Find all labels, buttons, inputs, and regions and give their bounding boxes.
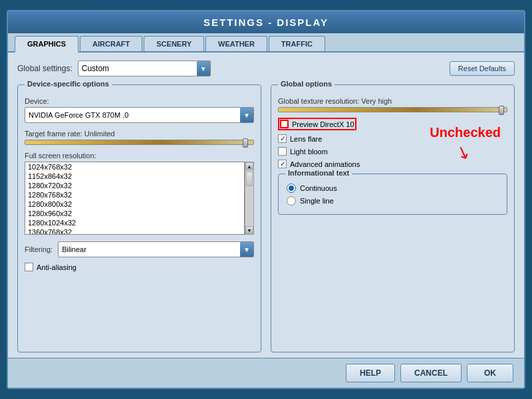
device-panel-title: Device-specific options: [25, 80, 112, 88]
resolution-listbox[interactable]: 1024x768x32 1152x864x32 1280x720x32 1280…: [25, 162, 245, 235]
device-panel: Device-specific options Device: NVIDIA G…: [17, 84, 261, 352]
lens-flare-checkbox[interactable]: [278, 134, 287, 143]
list-item[interactable]: 1024x768x32: [25, 162, 244, 172]
filtering-value: Bilinear: [62, 245, 86, 253]
list-item[interactable]: 1280x720x32: [25, 181, 244, 190]
tabs-row: GRAPHICS AIRCRAFT SCENERY WEATHER TRAFFI…: [8, 33, 524, 53]
single-line-radio-row: Single line: [287, 196, 499, 205]
tab-weather[interactable]: WEATHER: [205, 36, 267, 51]
global-panel-content: Global texture resolution: Very high Pre…: [278, 97, 507, 215]
preview-dx10-checkbox[interactable]: [280, 120, 289, 128]
list-item[interactable]: 1152x864x32: [25, 172, 244, 181]
texture-thumb: [499, 106, 504, 115]
tab-traffic[interactable]: TRAFFIC: [269, 36, 325, 51]
title-text: SETTINGS - DISPLAY: [203, 17, 329, 28]
content-area: Global settings: Custom ▼ Reset Defaults…: [8, 53, 524, 358]
list-item[interactable]: 1280x960x32: [25, 209, 244, 218]
single-line-label: Single line: [300, 197, 334, 205]
light-bloom-checkbox[interactable]: [278, 147, 287, 156]
filtering-dropdown[interactable]: Bilinear ▼: [58, 241, 254, 257]
advanced-animations-checkbox[interactable]: [278, 160, 287, 168]
frame-rate-slider[interactable]: [25, 140, 254, 145]
lens-flare-label: Lens flare: [290, 135, 322, 143]
antialiasing-row: Anti-aliasing: [25, 263, 254, 271]
frame-rate-thumb: [243, 138, 248, 148]
advanced-animations-label: Advanced animations: [290, 160, 360, 168]
tab-graphics[interactable]: GRAPHICS: [15, 36, 78, 53]
advanced-animations-row: Advanced animations: [278, 160, 507, 168]
list-item[interactable]: 1280x768x32: [25, 190, 244, 200]
info-text-title: Informational text: [285, 169, 352, 177]
global-settings-dropdown[interactable]: Custom ▼: [78, 61, 211, 76]
light-bloom-label: Light bloom: [290, 148, 328, 156]
preview-dx10-label: Preview DirectX 10: [292, 120, 354, 128]
ok-button[interactable]: OK: [467, 364, 513, 382]
global-settings-row: Global settings: Custom ▼ Reset Defaults: [17, 61, 515, 76]
global-panel: Global options Global texture resolution…: [271, 84, 515, 352]
unchecked-annotation: Unchecked: [430, 125, 501, 140]
reset-defaults-button[interactable]: Reset Defaults: [450, 61, 515, 76]
global-settings-value: Custom: [82, 64, 109, 73]
continuous-label: Continuous: [300, 184, 337, 192]
device-dropdown[interactable]: NVIDIA GeForce GTX 870M .0 ▼: [25, 107, 254, 123]
tab-scenery[interactable]: SCENERY: [144, 36, 204, 51]
device-dropdown-arrow-icon: ▼: [240, 108, 253, 122]
dropdown-arrow-icon: ▼: [197, 61, 210, 76]
list-item[interactable]: 1360x768x32: [25, 227, 244, 235]
antialiasing-label: Anti-aliasing: [37, 263, 76, 271]
light-bloom-row: Light bloom: [278, 147, 507, 156]
main-window: SETTINGS - DISPLAY GRAPHICS AIRCRAFT SCE…: [7, 10, 525, 389]
preview-dx10-highlight: Preview DirectX 10: [278, 118, 356, 130]
title-bar: SETTINGS - DISPLAY: [8, 11, 524, 33]
filtering-label: Filtering:: [25, 245, 53, 253]
texture-slider[interactable]: [278, 107, 507, 112]
bottom-bar: HELP CANCEL OK: [8, 358, 524, 388]
panels-row: Device-specific options Device: NVIDIA G…: [17, 84, 515, 352]
target-frame-label: Target frame rate: Unlimited: [25, 130, 254, 138]
scroll-up-icon[interactable]: ▲: [245, 162, 253, 170]
device-panel-content: Device: NVIDIA GeForce GTX 870M .0 ▼ Tar…: [25, 97, 254, 271]
cancel-button[interactable]: CANCEL: [400, 364, 462, 382]
global-panel-title: Global options: [278, 80, 334, 88]
resolution-scrollbar[interactable]: ▲ ▼: [245, 162, 254, 235]
tab-aircraft[interactable]: AIRCRAFT: [80, 36, 142, 51]
filtering-arrow-icon: ▼: [240, 242, 253, 257]
resolution-listbox-wrapper: 1024x768x32 1152x864x32 1280x720x32 1280…: [25, 162, 254, 235]
device-label: Device:: [25, 97, 254, 105]
global-settings-left: Global settings: Custom ▼: [17, 61, 211, 76]
scroll-down-icon[interactable]: ▼: [245, 226, 253, 234]
frame-rate-track: [25, 140, 254, 145]
list-item[interactable]: 1280x800x32: [25, 200, 244, 209]
device-value: NVIDIA GeForce GTX 870M .0: [29, 111, 128, 119]
continuous-radio-row: Continuous: [287, 184, 499, 193]
scroll-thumb: [246, 172, 253, 186]
help-button[interactable]: HELP: [346, 364, 395, 382]
antialiasing-checkbox[interactable]: [25, 263, 33, 271]
single-line-radio[interactable]: [287, 196, 296, 205]
list-item[interactable]: 1280x1024x32: [25, 218, 244, 227]
scroll-track: [246, 170, 253, 226]
resolution-label: Full screen resolution:: [25, 152, 254, 160]
continuous-radio[interactable]: [287, 184, 296, 193]
info-text-panel: Informational text Continuous Single lin…: [278, 174, 507, 215]
global-settings-label: Global settings:: [17, 64, 72, 73]
texture-label: Global texture resolution: Very high: [278, 97, 507, 105]
